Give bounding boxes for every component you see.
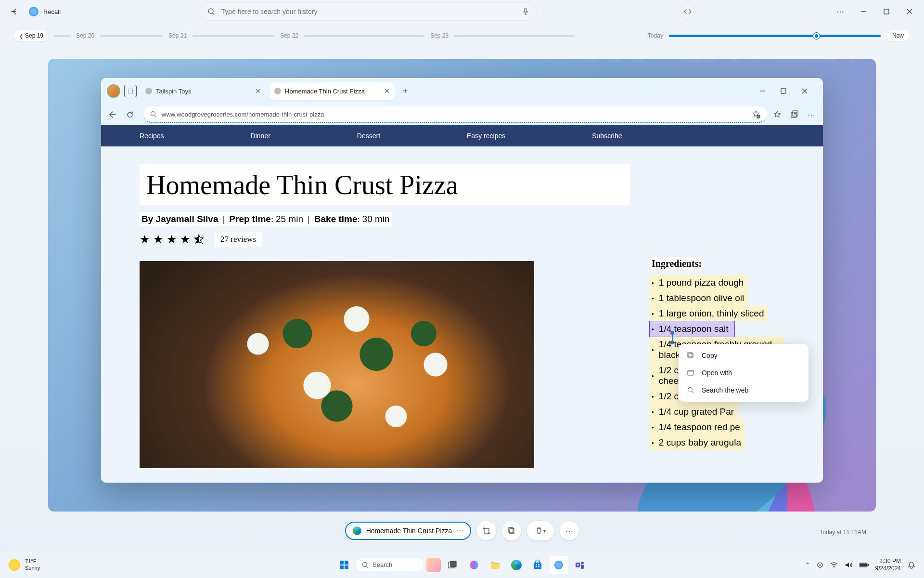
text-cursor (672, 334, 673, 342)
svg-rect-18 (484, 528, 489, 533)
browser-maximize-button[interactable] (781, 88, 792, 94)
timeline-day-current[interactable]: ❮Sep 19 (14, 30, 48, 41)
svg-rect-16 (688, 370, 693, 375)
address-bar[interactable]: www.woodgrovegroceries.com/homemade-thin… (143, 106, 767, 123)
nav-link[interactable]: Dessert (357, 132, 380, 140)
tab-title: Homemade Thin Crust Pizza (285, 88, 365, 95)
recall-app-icon (29, 7, 38, 16)
timeline-today-segment[interactable] (669, 35, 881, 37)
tray-settings-icon[interactable] (817, 562, 823, 568)
ingredient-item: ●1/4 teaspoon red pe (650, 420, 744, 435)
tab-close-button[interactable]: ✕ (255, 87, 261, 95)
more-button[interactable]: ⋯ (834, 6, 846, 17)
nav-link[interactable]: Recipes (140, 132, 164, 140)
start-button[interactable] (335, 556, 353, 574)
timeline-day-label: Sep 23 (430, 32, 449, 39)
tray-notifications-icon[interactable] (908, 561, 915, 569)
timeline-segment[interactable] (304, 35, 424, 37)
ingredient-item-selected: ●1/4 teaspoon salt (650, 321, 734, 337)
tray-chevron-icon[interactable]: ⌃ (805, 562, 810, 568)
taskbar-store[interactable] (528, 556, 547, 574)
favorite-icon[interactable]: 0 (752, 110, 760, 118)
taskbar-copilot[interactable] (465, 556, 483, 574)
reviews-count[interactable]: 27 reviews (215, 232, 262, 247)
copy-button[interactable] (502, 521, 521, 540)
profile-avatar[interactable] (107, 84, 120, 98)
browser-back-button[interactable] (109, 111, 120, 118)
browser-menu-button[interactable]: ⋯ (808, 110, 815, 119)
browser-close-button[interactable] (802, 88, 813, 94)
close-button[interactable] (904, 6, 915, 17)
taskbar-explorer[interactable] (486, 556, 504, 574)
browser-minimize-button[interactable] (759, 88, 771, 94)
ingredient-item: ●1 large onion, thinly sliced (650, 306, 768, 321)
timeline-segment[interactable] (100, 35, 163, 37)
nav-link[interactable]: Easy recipes (467, 132, 505, 140)
recipe-photo (140, 261, 534, 468)
tray-wifi-icon[interactable] (830, 562, 838, 568)
app-name: Recall (43, 8, 61, 15)
context-menu-search-web[interactable]: Search the web (681, 381, 806, 399)
browser-refresh-button[interactable] (126, 111, 138, 118)
tab-overview-button[interactable] (124, 85, 137, 97)
search-web-icon (687, 387, 695, 394)
svg-rect-32 (536, 566, 537, 567)
crop-button[interactable] (477, 521, 496, 540)
ingredient-item: ●1/4 cup grated Par (650, 404, 738, 420)
url-text: www.woodgrovegroceries.com/homemade-thin… (162, 111, 324, 118)
browser-tab-active[interactable]: Homemade Thin Crust Pizza ✕ (270, 82, 395, 100)
svg-rect-24 (345, 565, 348, 569)
back-button[interactable] (9, 6, 20, 17)
tab-close-button[interactable]: ✕ (384, 87, 390, 95)
svg-rect-41 (860, 564, 867, 566)
svg-point-25 (363, 562, 367, 566)
svg-rect-27 (450, 561, 456, 567)
svg-rect-7 (128, 89, 133, 93)
tab-favicon (274, 88, 281, 94)
svg-rect-2 (884, 9, 889, 14)
browser-tab[interactable]: Tailspin Toys ✕ (141, 82, 266, 100)
taskbar-search[interactable]: Search (356, 558, 424, 571)
context-menu-open-with[interactable]: Open with (681, 364, 806, 381)
minimize-button[interactable] (858, 6, 869, 17)
search-icon (207, 8, 215, 15)
ingredient-item: ●1 pound pizza dough (650, 275, 747, 290)
timeline-segment[interactable] (192, 35, 274, 37)
nav-link[interactable]: Dinner (251, 132, 270, 140)
timeline-now-button[interactable]: Now (886, 30, 910, 41)
delete-button[interactable]: ▾ (527, 521, 554, 540)
microphone-icon[interactable] (522, 8, 529, 15)
site-nav: Recipes Dinner Dessert Easy recipes Subs… (101, 125, 823, 146)
timeline-segment[interactable] (54, 35, 70, 37)
svg-rect-31 (538, 564, 539, 565)
taskbar: 71°FSunny Search T ⌃ 2:30 PM9/24/2024 (0, 551, 924, 578)
more-actions-button[interactable]: ⋯ (560, 521, 579, 540)
taskbar-edge[interactable] (507, 556, 526, 574)
tray-battery-icon[interactable] (859, 563, 869, 567)
new-tab-button[interactable]: + (398, 84, 412, 98)
nav-link[interactable]: Subscribe (592, 132, 622, 140)
favorites-button[interactable] (773, 110, 782, 119)
timeline-thumb[interactable] (813, 33, 820, 39)
taskbar-app-widgets[interactable] (426, 558, 441, 572)
snapshot-source-chip[interactable]: Homemade Thin Crust Pizza ⋯ (345, 522, 472, 540)
chip-more-button[interactable]: ⋯ (457, 527, 463, 535)
svg-rect-29 (534, 563, 541, 569)
tray-volume-icon[interactable] (845, 562, 852, 568)
taskbar-recall[interactable] (550, 556, 568, 574)
collections-button[interactable] (790, 110, 799, 119)
taskbar-clock[interactable]: 2:30 PM9/24/2024 (875, 558, 901, 572)
timeline-segment[interactable] (454, 35, 575, 37)
ingredients-heading: Ingredients: (650, 257, 704, 270)
weather-widget[interactable]: 71°FSunny (9, 558, 40, 571)
code-button[interactable] (680, 4, 695, 19)
timeline-today-label: Today (648, 32, 663, 39)
history-search-input[interactable] (200, 3, 537, 20)
maximize-button[interactable] (881, 6, 892, 17)
context-menu-copy[interactable]: Copy (681, 347, 806, 364)
taskbar-teams[interactable]: T (571, 556, 589, 574)
recipe-byline: By Jayamali Silva | Prep time: 25 min | … (140, 212, 392, 226)
svg-rect-30 (536, 564, 537, 565)
tab-title: Tailspin Toys (156, 88, 191, 95)
taskbar-task-view[interactable] (444, 556, 462, 574)
